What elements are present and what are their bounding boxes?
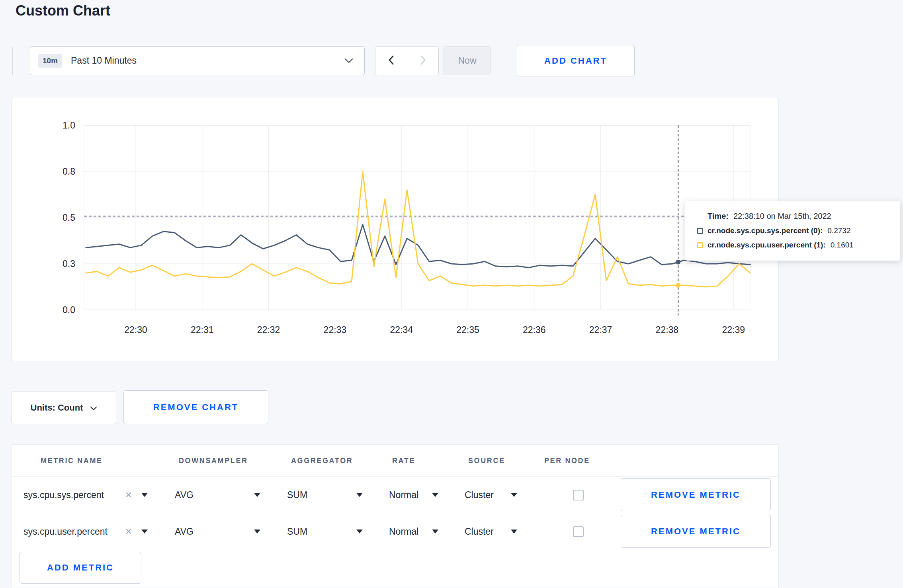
metrics-table: METRIC NAME DOWNSAMPLER AGGREGATOR RATE … [12, 444, 779, 588]
metrics-chart[interactable]: 0.00.30.50.81.022:3022:3122:3222:3322:34… [12, 98, 779, 361]
sys-series-swatch-icon [697, 228, 703, 234]
dropdown-arrow-icon [356, 493, 363, 497]
svg-text:22:32: 22:32 [257, 325, 280, 335]
svg-text:22:37: 22:37 [589, 325, 612, 335]
aggregator-value: SUM [287, 526, 307, 537]
dropdown-arrow-icon [141, 530, 148, 533]
rate-select[interactable]: Normal [389, 513, 438, 550]
downsampler-value: AVG [175, 526, 194, 537]
units-label: Units: Count [31, 403, 83, 413]
source-select[interactable]: Cluster [465, 477, 517, 513]
svg-text:22:34: 22:34 [390, 325, 413, 335]
metric-name-value: sys.cpu.user.percent [23, 526, 108, 537]
dropdown-arrow-icon [432, 493, 438, 497]
chevron-right-icon [420, 55, 426, 66]
tooltip-series-row: cr.node.sys.cpu.user.percent (1): 0.1601 [697, 241, 890, 249]
svg-text:22:39: 22:39 [722, 325, 745, 335]
dropdown-arrow-icon [432, 530, 438, 533]
clear-icon[interactable]: × [125, 526, 132, 537]
col-header-metric-name: METRIC NAME [41, 457, 103, 465]
time-window-label: Past 10 Minutes [71, 55, 137, 66]
toolbar-divider [12, 47, 13, 75]
svg-text:22:36: 22:36 [523, 325, 546, 335]
tooltip-time-row: Time:22:38:10 on Mar 15th, 2022 [697, 212, 890, 221]
svg-text:22:33: 22:33 [324, 325, 347, 335]
tooltip-time-label: Time: [708, 212, 729, 220]
chevron-down-icon [90, 403, 97, 413]
rate-select[interactable]: Normal [389, 477, 438, 513]
metric-name-select[interactable]: sys.cpu.sys.percent × [23, 477, 148, 513]
per-node-checkbox[interactable] [573, 526, 584, 537]
aggregator-value: SUM [287, 490, 307, 500]
downsampler-select[interactable]: AVG [175, 513, 260, 550]
remove-metric-button[interactable]: REMOVE METRIC [621, 515, 771, 548]
svg-text:22:38: 22:38 [656, 325, 679, 335]
dropdown-arrow-icon [356, 530, 363, 533]
user-series-swatch-icon [697, 242, 703, 248]
add-metric-button[interactable]: ADD METRIC [20, 552, 141, 584]
tooltip-time-value: 22:38:10 on Mar 15th, 2022 [733, 212, 831, 220]
tooltip-series-label: cr.node.sys.cpu.user.percent (1): [708, 241, 826, 249]
page-title: Custom Chart [16, 2, 110, 19]
rate-value: Normal [389, 490, 418, 500]
units-dropdown[interactable]: Units: Count [12, 391, 116, 424]
source-value: Cluster [465, 526, 494, 537]
dropdown-arrow-icon [511, 493, 517, 497]
col-header-aggregator: AGGREGATOR [291, 457, 353, 465]
metric-name-select[interactable]: sys.cpu.user.percent × [23, 513, 148, 550]
metrics-table-header: METRIC NAME DOWNSAMPLER AGGREGATOR RATE … [12, 445, 778, 477]
svg-text:22:35: 22:35 [456, 325, 479, 335]
metric-row: sys.cpu.user.percent × AVG SUM Normal Cl… [12, 513, 778, 550]
svg-text:22:30: 22:30 [124, 325, 147, 335]
tooltip-series-label: cr.node.sys.cpu.sys.percent (0): [708, 226, 823, 235]
aggregator-select[interactable]: SUM [287, 477, 363, 513]
svg-text:0.8: 0.8 [63, 166, 75, 177]
source-value: Cluster [465, 490, 494, 500]
prev-time-button[interactable] [375, 47, 407, 75]
now-button[interactable]: Now [444, 46, 491, 75]
downsampler-value: AVG [175, 490, 194, 500]
time-window-dropdown[interactable]: 10m Past 10 Minutes [30, 46, 365, 75]
metric-name-value: sys.cpu.sys.percent [23, 490, 104, 500]
svg-text:22:31: 22:31 [191, 325, 214, 335]
clear-icon[interactable]: × [125, 489, 132, 500]
per-node-checkbox[interactable] [573, 490, 584, 500]
tooltip-series-value: 0.1601 [831, 241, 854, 249]
time-window-badge: 10m [38, 54, 62, 68]
downsampler-select[interactable]: AVG [175, 477, 260, 513]
dropdown-arrow-icon [254, 493, 260, 497]
svg-text:0.5: 0.5 [63, 212, 75, 223]
remove-chart-button[interactable]: REMOVE CHART [123, 390, 268, 424]
next-time-button[interactable] [407, 47, 438, 75]
per-node-cell [566, 477, 590, 513]
custom-chart-page: Custom Chart 10m Past 10 Minutes Now ADD… [0, 0, 903, 588]
chevron-down-icon [344, 58, 353, 64]
col-header-source: SOURCE [468, 457, 505, 465]
col-header-rate: RATE [392, 457, 415, 465]
chart-canvas[interactable]: 0.00.30.50.81.022:3022:3122:3222:3322:34… [12, 98, 779, 362]
col-header-downsampler: DOWNSAMPLER [179, 457, 248, 465]
metric-row: sys.cpu.sys.percent × AVG SUM Normal Clu… [12, 477, 778, 513]
remove-metric-button[interactable]: REMOVE METRIC [621, 478, 771, 511]
svg-text:0.3: 0.3 [63, 259, 75, 269]
per-node-cell [566, 513, 590, 550]
dropdown-arrow-icon [511, 530, 517, 533]
tooltip-series-row: cr.node.sys.cpu.sys.percent (0): 0.2732 [697, 226, 890, 235]
svg-text:0.0: 0.0 [63, 305, 75, 315]
aggregator-select[interactable]: SUM [287, 513, 363, 550]
dropdown-arrow-icon [141, 493, 148, 497]
tooltip-series-value: 0.2732 [827, 226, 850, 235]
add-chart-button[interactable]: ADD CHART [517, 45, 635, 76]
col-header-per-node: PER NODE [544, 457, 590, 465]
svg-text:1.0: 1.0 [63, 120, 75, 130]
source-select[interactable]: Cluster [465, 513, 517, 550]
chart-hover-tooltip: Time:22:38:10 on Mar 15th, 2022 cr.node.… [685, 201, 900, 261]
dropdown-arrow-icon [254, 530, 260, 533]
time-nav-group [375, 46, 439, 75]
rate-value: Normal [389, 526, 418, 537]
chevron-left-icon [388, 55, 394, 66]
